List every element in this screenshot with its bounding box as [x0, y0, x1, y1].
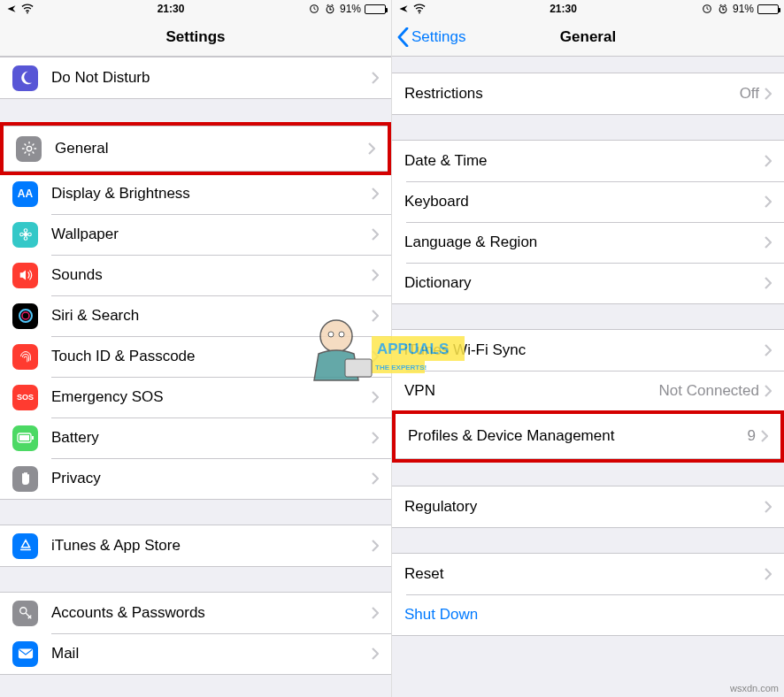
- row-label: Date & Time: [404, 152, 765, 170]
- credit-text: wsxdn.com: [730, 683, 779, 693]
- chevron-right-icon: [765, 195, 772, 208]
- svg-rect-24: [345, 359, 372, 377]
- chevron-right-icon: [372, 540, 379, 552]
- row-label: Shut Down: [404, 606, 772, 624]
- wifi-icon: [413, 4, 426, 14]
- row-general[interactable]: General: [4, 126, 388, 171]
- row-label: Accounts & Passwords: [51, 604, 372, 622]
- siri-icon: [12, 303, 38, 329]
- row-label: Wallpaper: [51, 226, 372, 243]
- chevron-right-icon: [368, 142, 375, 155]
- svg-point-0: [27, 12, 28, 14]
- nav-bar: Settings: [0, 18, 391, 57]
- row-display[interactable]: AA Display & Brightness: [0, 173, 391, 214]
- airplane-icon: [397, 4, 410, 14]
- appstore-icon: [12, 533, 38, 559]
- chevron-right-icon: [765, 385, 772, 397]
- status-bar: 21:30 91%: [0, 0, 391, 18]
- chevron-right-icon: [372, 647, 379, 660]
- row-label: Reset: [404, 565, 765, 583]
- battery-icon: [757, 4, 779, 14]
- row-label: Sounds: [51, 266, 372, 284]
- row-label: Dictionary: [404, 274, 765, 292]
- row-accounts[interactable]: Accounts & Passwords: [0, 593, 391, 633]
- row-dnd[interactable]: Do Not Disturb: [0, 57, 391, 98]
- row-label: Keyboard: [404, 193, 765, 211]
- chevron-right-icon: [765, 344, 772, 356]
- flower-icon: [12, 222, 38, 248]
- row-regulatory[interactable]: Regulatory: [392, 486, 784, 527]
- row-label: General: [55, 140, 368, 157]
- svg-point-8: [27, 233, 31, 236]
- chevron-right-icon: [372, 432, 379, 444]
- row-keyboard[interactable]: Keyboard: [392, 181, 784, 222]
- chevron-right-icon: [765, 236, 772, 249]
- page-title: Settings: [165, 28, 225, 46]
- battery-icon: [12, 425, 38, 451]
- svg-point-23: [339, 332, 344, 337]
- speaker-icon: [12, 263, 38, 288]
- row-profiles[interactable]: Profiles & Device Management 9: [396, 414, 780, 458]
- nav-bar: Settings General: [392, 18, 784, 57]
- row-date-time[interactable]: Date & Time: [392, 141, 784, 181]
- row-label: Regulatory: [404, 498, 765, 516]
- svg-point-5: [24, 229, 27, 233]
- svg-point-4: [23, 233, 27, 237]
- key-icon: [12, 601, 38, 626]
- chevron-right-icon: [765, 88, 772, 100]
- svg-point-9: [19, 310, 32, 322]
- row-label: Language & Region: [404, 234, 765, 251]
- row-label: iTunes & App Store: [51, 537, 372, 555]
- status-time: 21:30: [550, 3, 577, 15]
- row-battery[interactable]: Battery: [0, 417, 391, 458]
- chevron-right-icon: [765, 568, 772, 580]
- row-label: Restrictions: [404, 85, 740, 103]
- svg-rect-13: [19, 435, 29, 440]
- svg-point-7: [19, 233, 23, 236]
- row-itunes[interactable]: iTunes & App Store: [0, 525, 391, 566]
- alarm-icon: [717, 4, 729, 14]
- row-dictionary[interactable]: Dictionary: [392, 263, 784, 303]
- svg-rect-12: [32, 436, 34, 440]
- battery-icon: [365, 4, 386, 14]
- sos-icon: SOS: [12, 385, 38, 410]
- chevron-right-icon: [372, 188, 379, 200]
- highlight-general: General: [0, 122, 391, 175]
- svg-point-10: [22, 312, 29, 319]
- highlight-profiles: Profiles & Device Management 9: [392, 410, 784, 463]
- svg-point-3: [27, 146, 31, 150]
- wifi-icon: [21, 4, 34, 14]
- status-bar: 21:30 91%: [392, 0, 784, 18]
- row-label: Display & Brightness: [51, 185, 372, 203]
- gear-icon: [16, 136, 42, 162]
- svg-point-22: [328, 332, 334, 337]
- watermark: APPUALS THE EXPERTS!: [292, 310, 469, 395]
- back-label: Settings: [411, 28, 465, 46]
- row-sounds[interactable]: Sounds: [0, 255, 391, 295]
- svg-point-16: [419, 12, 420, 14]
- lock-icon: [308, 4, 320, 14]
- row-mail[interactable]: Mail: [0, 633, 391, 674]
- row-restrictions[interactable]: Restrictions Off: [392, 73, 784, 114]
- row-wallpaper[interactable]: Wallpaper: [0, 214, 391, 255]
- svg-point-14: [19, 608, 26, 614]
- alarm-icon: [324, 4, 336, 14]
- svg-text:THE EXPERTS!: THE EXPERTS!: [375, 364, 427, 371]
- hand-icon: [12, 466, 38, 492]
- chevron-right-icon: [372, 607, 379, 619]
- battery-percent: 91%: [733, 3, 754, 15]
- chevron-right-icon: [372, 472, 379, 485]
- row-reset[interactable]: Reset: [392, 554, 784, 594]
- row-value: 9: [748, 427, 756, 445]
- row-shutdown[interactable]: Shut Down: [392, 594, 784, 635]
- moon-icon: [12, 65, 38, 91]
- row-label: Mail: [51, 645, 372, 663]
- back-button[interactable]: Settings: [397, 18, 465, 57]
- page-title: General: [560, 28, 616, 46]
- chevron-right-icon: [765, 155, 772, 167]
- chevron-right-icon: [372, 228, 379, 241]
- text-size-icon: AA: [12, 181, 38, 207]
- row-privacy[interactable]: Privacy: [0, 458, 391, 499]
- row-language[interactable]: Language & Region: [392, 222, 784, 263]
- chevron-right-icon: [761, 430, 768, 442]
